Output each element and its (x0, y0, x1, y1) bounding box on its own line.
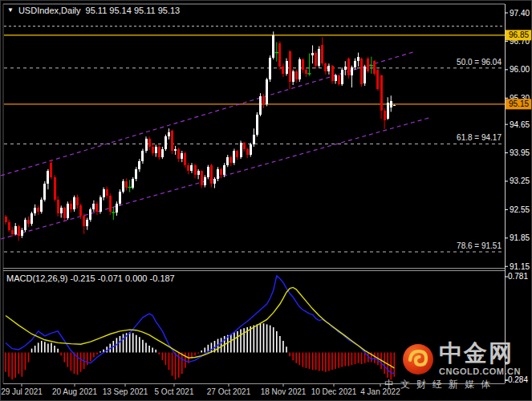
candle-body (393, 105, 396, 106)
candle-body (298, 59, 301, 79)
price-tag-yellow-text: 96.85 (509, 30, 529, 39)
candle-body (155, 147, 157, 153)
candle-body (106, 189, 108, 196)
candle-body (161, 149, 164, 157)
candle-body (181, 153, 183, 160)
symbol-period-label: USDIndex,Daily (18, 6, 81, 15)
date-axis-label: 5 Oct 2021 (155, 387, 194, 396)
candle-body (269, 58, 271, 80)
candle-body (335, 75, 337, 81)
date-axis-label: 10 Dec 2021 (311, 387, 357, 396)
candle-body (363, 67, 366, 83)
candle-body (109, 196, 112, 212)
price-axis-label: 93.25 (510, 176, 530, 185)
candle-body (54, 177, 56, 200)
candle-body (43, 184, 46, 200)
candle-body (246, 149, 249, 156)
candle-body (278, 43, 281, 67)
candle-body (14, 226, 17, 234)
candle-body (351, 67, 353, 76)
candle-body (164, 136, 167, 148)
candle-body (79, 205, 82, 216)
candle-body (125, 181, 128, 188)
candle-body (384, 111, 386, 120)
candle-body (387, 103, 389, 119)
macd-indicator-label: MACD(12,26,9) -0.215 -0.071 0.000 -0.187 (6, 273, 175, 283)
candle-body (76, 197, 79, 205)
candle-body (305, 70, 307, 74)
cngold-logo-icon (402, 343, 434, 375)
candle-body (70, 204, 72, 210)
candle-body (344, 67, 347, 70)
candle-body (11, 230, 14, 234)
watermark-brand-text: 中金网 (439, 342, 521, 365)
candle-body (145, 139, 148, 151)
candle-body (354, 61, 356, 67)
candle-body (37, 208, 39, 212)
price-axis-label: 97.40 (510, 9, 530, 18)
macd-axis-min-label: -0.284 (506, 375, 528, 384)
candle-body (86, 220, 88, 226)
candle-body (141, 151, 144, 161)
candle-body (187, 165, 189, 172)
price-axis-label: 91.15 (510, 262, 530, 271)
candle-body (318, 49, 320, 66)
price-axis-label: 96.00 (510, 65, 530, 74)
macd-axis-max-label: 0.781 (508, 272, 528, 281)
candle-body (357, 57, 359, 61)
candle-body (174, 149, 177, 152)
candle-body (233, 151, 235, 163)
candle-body (373, 61, 376, 74)
candle-body (256, 115, 258, 135)
symbol-dropdown-icon[interactable]: ▼ (7, 7, 14, 14)
candle-body (89, 209, 91, 220)
candle-body (201, 171, 203, 185)
candle-body (168, 132, 170, 136)
candle-body (194, 165, 197, 176)
candle-body (243, 143, 246, 149)
candle-body (122, 181, 124, 192)
candle-body (266, 79, 268, 103)
candle-body (73, 197, 75, 209)
candle-body (210, 165, 213, 184)
candle-body (226, 157, 229, 165)
candle-body (289, 51, 291, 82)
candle-body (272, 35, 274, 58)
candle-body (338, 75, 340, 83)
date-axis-label: 20 Aug 2021 (52, 387, 98, 396)
candle-body (30, 213, 33, 224)
candle-body (34, 208, 36, 214)
candle-body (302, 59, 304, 70)
candle-body (27, 220, 30, 224)
candle-body (390, 101, 392, 107)
candle-body (360, 59, 363, 84)
date-axis-label: 13 Sep 2021 (103, 387, 148, 396)
candle-body (190, 165, 193, 172)
candle-body (315, 53, 317, 66)
candle-body (262, 96, 265, 104)
candle-body (116, 204, 118, 213)
candle-body (119, 192, 121, 204)
candle-body (21, 230, 23, 237)
candle-body (376, 70, 379, 89)
candle-body (171, 131, 173, 151)
candle-body (341, 70, 343, 84)
candle-body (57, 200, 59, 214)
candle-body (83, 216, 85, 226)
candle-body (99, 197, 102, 212)
price-tag-orange-text: 95.15 (509, 99, 529, 108)
candle-body (240, 143, 242, 157)
candle-body (47, 171, 49, 183)
fib-level-label-1: 61.8 = 94.17 (457, 133, 502, 142)
ohlc-values: 95.11 95.14 95.11 95.13 (86, 6, 181, 15)
candle-body (63, 208, 66, 218)
candle-body (135, 169, 137, 180)
candle-body (286, 61, 288, 74)
candle-body (327, 66, 330, 72)
candle-body (295, 71, 298, 79)
candle-body (18, 226, 20, 237)
candle-body (8, 222, 10, 230)
price-axis-label: 92.55 (510, 205, 530, 214)
fib-level-label-2: 78.6 = 91.51 (457, 241, 502, 250)
candle-body (132, 179, 134, 187)
